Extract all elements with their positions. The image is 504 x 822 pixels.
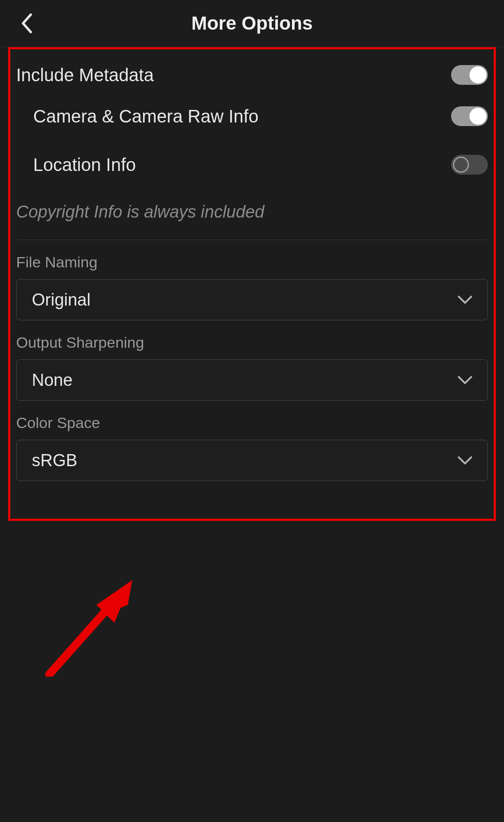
section-divider bbox=[16, 240, 488, 240]
svg-marker-1 bbox=[101, 580, 132, 616]
color-space-label: Color Space bbox=[16, 414, 488, 432]
include-metadata-label: Include Metadata bbox=[16, 65, 154, 85]
color-space-value: sRGB bbox=[32, 451, 77, 470]
file-naming-dropdown[interactable]: Original bbox=[16, 279, 488, 320]
file-naming-value: Original bbox=[32, 290, 91, 310]
chevron-down-icon bbox=[458, 456, 472, 465]
back-button[interactable] bbox=[18, 12, 36, 35]
svg-marker-0 bbox=[101, 580, 132, 616]
chevron-down-icon bbox=[458, 295, 472, 304]
location-info-label: Location Info bbox=[33, 155, 136, 175]
color-space-dropdown[interactable]: sRGB bbox=[16, 440, 488, 481]
output-sharpening-dropdown[interactable]: None bbox=[16, 359, 488, 401]
chevron-left-icon bbox=[21, 13, 33, 33]
header: More Options bbox=[0, 0, 504, 47]
location-info-row: Location Info bbox=[16, 140, 488, 189]
color-space-block: Color Space sRGB bbox=[16, 414, 488, 481]
output-sharpening-block: Output Sharpening None bbox=[16, 334, 488, 401]
chevron-down-icon bbox=[458, 376, 472, 385]
include-metadata-toggle[interactable] bbox=[451, 65, 488, 85]
arrow-annotation-icon bbox=[43, 573, 141, 677]
copyright-note: Copyright Info is always included bbox=[16, 189, 488, 240]
camera-info-toggle[interactable] bbox=[451, 106, 488, 126]
camera-info-label: Camera & Camera Raw Info bbox=[33, 106, 258, 127]
output-sharpening-label: Output Sharpening bbox=[16, 334, 488, 351]
include-metadata-row: Include Metadata bbox=[16, 47, 488, 92]
content-area: Include Metadata Camera & Camera Raw Inf… bbox=[0, 47, 504, 481]
page-title: More Options bbox=[0, 13, 504, 34]
file-naming-block: File Naming Original bbox=[16, 254, 488, 320]
location-info-toggle[interactable] bbox=[451, 155, 488, 175]
camera-info-row: Camera & Camera Raw Info bbox=[16, 92, 488, 140]
output-sharpening-value: None bbox=[32, 371, 73, 390]
file-naming-label: File Naming bbox=[16, 254, 488, 271]
